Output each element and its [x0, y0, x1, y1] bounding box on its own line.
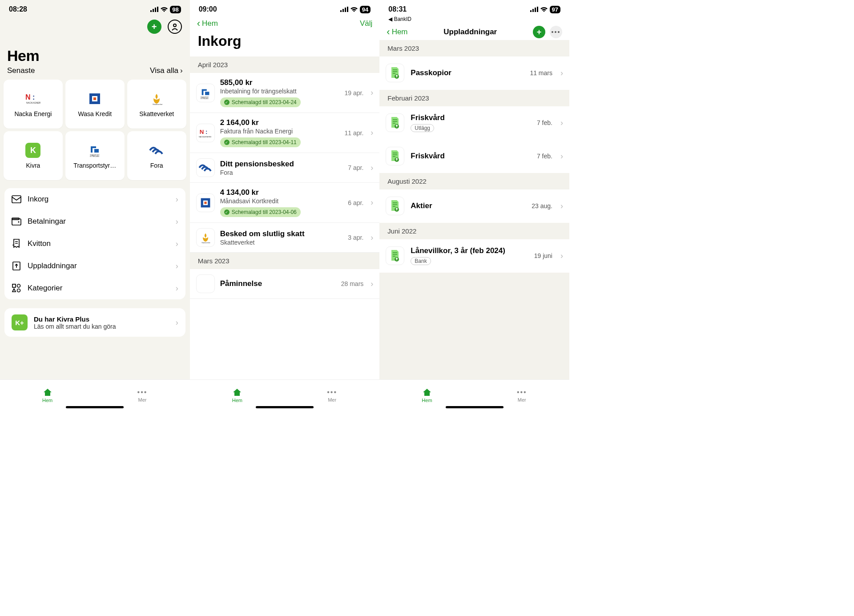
- status-bar: 08:28 98: [0, 0, 190, 15]
- inbox-row[interactable]: N:NACKA ENERGI 2 164,00 kr Faktura från …: [190, 113, 380, 153]
- back-button[interactable]: ‹ Hem: [387, 27, 407, 37]
- inbox-row[interactable]: Ditt pensionsbesked Fora 7 apr. ›: [190, 153, 380, 183]
- chevron-right-icon: ›: [176, 284, 178, 293]
- breadcrumb-back-app[interactable]: ◀ BankID: [379, 15, 569, 22]
- svg-point-21: [17, 289, 20, 292]
- upload-tag: Utlägg: [411, 124, 434, 132]
- upload-row[interactable]: Friskvård 7 feb. ›: [379, 140, 569, 173]
- chevron-right-icon: ›: [560, 201, 563, 211]
- sender-tile-transport[interactable]: TRANSPORTSTYRELSEN Transportstyr…: [65, 131, 125, 180]
- home-indicator[interactable]: [256, 406, 314, 408]
- svg-text:STYRELSEN: STYRELSEN: [200, 98, 208, 99]
- inbox-row[interactable]: Påminnelse 28 mars ›: [190, 269, 380, 299]
- inbox-row[interactable]: 4 134,00 kr Månadsavi Kortkredit ✓Schema…: [190, 183, 380, 223]
- inbox-row[interactable]: TRANSPORTSTYRELSEN 585,00 kr Inbetalning…: [190, 73, 380, 113]
- inbox-row[interactable]: Skatteverket Besked om slutlig skatt Ska…: [190, 223, 380, 253]
- view-all-link[interactable]: Visa alla ›: [150, 66, 183, 75]
- sender-tile-skatteverket[interactable]: Skatteverket Skatteverket: [127, 80, 186, 129]
- menu-item-uppladdningar[interactable]: Uppladdningar ›: [4, 255, 185, 277]
- chevron-right-icon: ›: [560, 152, 563, 161]
- wifi-icon: [540, 7, 548, 12]
- row-title: 2 164,00 kr: [220, 118, 339, 127]
- scheduled-pill: ✓Schemalagd till 2023-04-24: [220, 97, 301, 107]
- row-date: 28 mars: [341, 280, 364, 287]
- signal-icon: [530, 7, 538, 12]
- sender-logo-icon: [196, 158, 215, 177]
- home-menu: Inkorg › Betalningar › Kvitton › Uppladd…: [4, 188, 185, 299]
- sender-tile-fora[interactable]: Fora: [127, 131, 186, 180]
- svg-rect-24: [345, 8, 346, 12]
- row-title: Besked om slutlig skatt: [220, 229, 343, 238]
- subtitle-senaste: Senaste: [7, 66, 35, 75]
- fora-logo-icon: [149, 142, 165, 158]
- upload-row[interactable]: Aktier 23 aug. ›: [379, 189, 569, 223]
- chevron-right-icon: ›: [176, 217, 178, 226]
- section-header: Mars 2023: [190, 253, 380, 269]
- document-upload-icon: [386, 246, 404, 265]
- nacka-energi-logo-icon: N:NACKA ENERGI: [25, 91, 41, 107]
- menu-item-kategorier[interactable]: Kategorier ›: [4, 277, 185, 299]
- skatteverket-logo-icon: Skatteverket: [149, 91, 165, 107]
- upload-icon: [12, 261, 21, 271]
- row-subtitle: Fora: [220, 169, 343, 176]
- screen-home: 08:28 98 + Hem Senaste Visa alla › N:NAC…: [0, 0, 190, 411]
- home-indicator[interactable]: [446, 406, 504, 408]
- upload-title: Friskvård: [411, 152, 531, 161]
- sender-logo-icon: N:NACKA ENERGI: [196, 124, 215, 142]
- add-button[interactable]: +: [533, 26, 545, 38]
- svg-rect-33: [204, 201, 206, 204]
- svg-rect-1: [153, 9, 154, 12]
- add-button[interactable]: +: [147, 20, 161, 34]
- upload-row[interactable]: Lånevillkor, 3 år (feb 2024) Bank 19 jun…: [379, 239, 569, 273]
- row-subtitle: Inbetalning för trängselskatt: [220, 88, 339, 95]
- plus-title: Du har Kivra Plus: [34, 315, 169, 323]
- svg-text:N: N: [25, 93, 31, 101]
- svg-rect-23: [342, 9, 344, 12]
- home-icon: [232, 388, 242, 397]
- document-upload-icon: [386, 197, 404, 215]
- svg-rect-10: [93, 97, 96, 100]
- status-bar: 09:00 94: [190, 0, 380, 15]
- chevron-left-icon: ‹: [387, 27, 390, 37]
- menu-item-kvitton[interactable]: Kvitton ›: [4, 233, 185, 255]
- row-date: 7 apr.: [348, 164, 363, 171]
- kivra-plus-card[interactable]: K+ Du har Kivra Plus Läs om allt smart d…: [4, 308, 185, 337]
- chevron-right-icon: ›: [371, 163, 373, 173]
- svg-rect-3: [157, 7, 158, 12]
- more-button[interactable]: •••: [550, 26, 562, 38]
- dots-icon: •••: [137, 388, 148, 396]
- sender-tile-wasa[interactable]: Wasa Kredit: [65, 80, 125, 129]
- menu-item-betalningar[interactable]: Betalningar ›: [4, 210, 185, 233]
- upload-date: 19 juni: [534, 252, 552, 259]
- home-indicator[interactable]: [66, 406, 124, 408]
- row-date: 3 apr.: [348, 234, 363, 241]
- sender-tile-nacka[interactable]: N:NACKA ENERGI Nacka Energi: [4, 80, 63, 129]
- kivra-plus-icon: K+: [12, 314, 28, 330]
- svg-text::: :: [32, 93, 35, 101]
- transportstyrelsen-logo-icon: TRANSPORTSTYRELSEN: [87, 142, 103, 158]
- upload-row[interactable]: Friskvård Utlägg 7 feb. ›: [379, 106, 569, 140]
- page-title: Inkorg: [190, 30, 380, 56]
- svg-rect-2: [155, 8, 156, 12]
- envelope-icon: [12, 194, 21, 204]
- profile-button[interactable]: [168, 20, 182, 34]
- sender-tile-kivra[interactable]: K Kivra: [4, 131, 63, 180]
- svg-rect-35: [530, 10, 532, 12]
- back-button[interactable]: ‹ Hem: [197, 19, 218, 28]
- svg-text:STYRELSEN: STYRELSEN: [90, 156, 99, 157]
- chevron-right-icon: ›: [371, 128, 373, 137]
- wifi-icon: [161, 7, 168, 12]
- screen-inbox: 09:00 94 ‹ Hem Välj Inkorg April 2023 TR…: [190, 0, 380, 411]
- upload-row[interactable]: Passkopior 11 mars ›: [379, 56, 569, 90]
- svg-point-4: [173, 24, 176, 27]
- row-date: 6 apr.: [348, 199, 363, 206]
- upload-tag: Bank: [411, 257, 431, 265]
- menu-item-inkorg[interactable]: Inkorg ›: [4, 188, 185, 210]
- section-header: Mars 2023: [379, 40, 569, 56]
- chevron-right-icon: ›: [560, 251, 563, 261]
- home-icon: [422, 388, 432, 397]
- plus-subtitle: Läs om allt smart du kan göra: [34, 323, 169, 330]
- chevron-right-icon: ›: [176, 318, 178, 327]
- select-button[interactable]: Välj: [360, 19, 372, 28]
- chevron-right-icon: ›: [176, 262, 178, 271]
